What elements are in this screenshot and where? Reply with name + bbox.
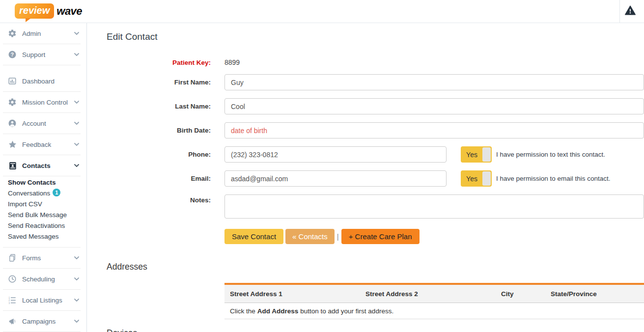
header-divider	[619, 0, 620, 23]
text-permission-text: I have permission to text this contact.	[496, 151, 605, 158]
reviewwave-logo[interactable]: review wave	[15, 3, 82, 19]
conversations-count-badge: 1	[53, 189, 60, 196]
warning-triangle-icon	[625, 5, 636, 17]
svg-text:?: ?	[11, 52, 14, 57]
sidebar-item-label: Account	[22, 120, 74, 127]
numbered-list-icon: 123	[7, 296, 18, 304]
contact-card-icon	[7, 161, 18, 170]
sidebar-nav: Admin ? Support Dashboard Mi	[0, 23, 87, 332]
col-street-address-2: Street Address 2	[360, 290, 496, 298]
chevron-down-icon	[74, 32, 80, 35]
submenu-import-csv[interactable]: Import CSV	[8, 199, 81, 210]
sidebar-item-dashboard[interactable]: Dashboard	[3, 71, 81, 92]
gear-icon	[7, 29, 18, 38]
page-title: Edit Contact	[107, 31, 644, 42]
toggle-knob	[482, 147, 491, 162]
app-window: review wave Admin	[0, 0, 644, 332]
sidebar-item-mission-control[interactable]: Mission Control	[3, 92, 81, 113]
main-content: Edit Contact Patient Key: 8899 First Nam…	[87, 23, 644, 332]
logo-review-bubble: review	[15, 3, 54, 19]
sidebar-item-label: Admin	[22, 30, 74, 37]
col-city: City	[496, 290, 545, 298]
back-to-contacts-button[interactable]: « Contacts	[285, 229, 335, 244]
last-name-label: Last Name:	[107, 103, 224, 110]
toggle-knob	[482, 171, 491, 186]
phone-label: Phone:	[107, 151, 224, 158]
create-care-plan-button[interactable]: + Create Care Plan	[341, 229, 420, 244]
sidebar-item-scheduling[interactable]: Scheduling	[3, 269, 81, 290]
pages-icon	[7, 253, 18, 262]
sidebar-item-campaigns[interactable]: Campaigns	[3, 311, 81, 332]
top-header: review wave	[0, 0, 644, 23]
chevron-down-icon	[74, 143, 80, 146]
submenu-show-contacts[interactable]: Show Contacts	[8, 177, 81, 188]
notes-label: Notes:	[107, 194, 224, 204]
submenu-send-reactivations[interactable]: Send Reactivations	[8, 221, 81, 231]
svg-text:1: 1	[9, 297, 10, 299]
addresses-table-header: Street Address 1 Street Address 2 City S…	[224, 285, 644, 303]
notes-row: Notes:	[107, 194, 644, 219]
patient-key-label: Patient Key:	[107, 59, 224, 66]
chevron-down-icon	[74, 320, 80, 323]
clock-icon	[7, 275, 18, 283]
sidebar-item-label: Dashboard	[22, 78, 74, 85]
email-field[interactable]	[224, 170, 447, 187]
phone-row: Phone: Yes I have permission to text thi…	[107, 146, 644, 163]
logo-wave-text: wave	[56, 5, 82, 18]
sidebar-item-label: Forms	[22, 254, 74, 262]
submenu-conversations[interactable]: Conversations1	[8, 188, 81, 199]
bar-chart-icon	[7, 77, 18, 85]
question-icon: ?	[7, 50, 18, 59]
sidebar-item-label: Feedback	[22, 141, 74, 148]
star-icon	[7, 140, 18, 149]
text-permission-toggle[interactable]: Yes	[461, 146, 492, 163]
sidebar-item-forms[interactable]: Forms	[3, 248, 81, 269]
col-street-address-1: Street Address 1	[224, 290, 360, 298]
sidebar-item-admin[interactable]: Admin	[3, 23, 81, 44]
col-state-province: State/Province	[545, 290, 644, 298]
first-name-field[interactable]	[224, 74, 644, 90]
chevron-down-icon	[74, 53, 80, 56]
sidebar-item-label: Contacts	[22, 162, 74, 169]
birth-date-field[interactable]	[224, 122, 644, 138]
gear-icon	[7, 98, 18, 107]
person-icon	[7, 119, 18, 128]
first-name-label: First Name:	[107, 79, 224, 86]
chevron-down-icon	[74, 299, 80, 302]
sidebar-item-feedback[interactable]: Feedback	[3, 134, 81, 155]
chevron-down-icon	[74, 122, 80, 125]
email-row: Email: Yes I have permission to email th…	[107, 170, 644, 187]
last-name-field[interactable]	[224, 98, 644, 114]
sidebar-item-label: Local Listings	[22, 297, 74, 304]
phone-field[interactable]	[224, 146, 447, 163]
addresses-table: Street Address 1 Street Address 2 City S…	[224, 283, 644, 319]
svg-text:3: 3	[9, 302, 10, 304]
button-separator: |	[337, 232, 339, 241]
megaphone-icon	[7, 317, 18, 326]
birth-date-label: Birth Date:	[107, 127, 224, 134]
devices-title: Devices	[107, 328, 644, 332]
sidebar-item-support[interactable]: ? Support	[3, 44, 81, 65]
sidebar-item-label: Support	[22, 51, 74, 58]
sidebar-item-contacts[interactable]: Contacts	[3, 155, 81, 176]
chevron-down-icon	[74, 277, 80, 281]
addresses-title: Addresses	[107, 262, 644, 272]
sidebar-item-account[interactable]: Account	[3, 113, 81, 134]
first-name-row: First Name:	[107, 74, 644, 90]
birth-date-row: Birth Date:	[107, 122, 644, 138]
submenu-saved-messages[interactable]: Saved Messages	[8, 231, 81, 242]
chevron-down-icon	[74, 256, 80, 260]
sidebar-item-label: Campaigns	[22, 318, 74, 325]
sidebar-item-label: Scheduling	[22, 276, 74, 283]
edit-contact-form: Patient Key: 8899 First Name: Last Name:…	[107, 57, 644, 244]
patient-key-value: 8899	[224, 58, 240, 66]
alert-warning-button[interactable]	[620, 0, 640, 23]
notes-field[interactable]	[224, 194, 644, 219]
submenu-send-bulk-message[interactable]: Send Bulk Message	[8, 210, 81, 221]
email-label: Email:	[107, 175, 224, 182]
save-contact-button[interactable]: Save Contact	[224, 229, 283, 244]
email-permission-toggle[interactable]: Yes	[461, 170, 492, 187]
contacts-submenu: Show Contacts Conversations1 Import CSV …	[3, 176, 81, 248]
sidebar-item-local-listings[interactable]: 123 Local Listings	[3, 290, 81, 311]
form-buttons: Save Contact « Contacts | + Create Care …	[224, 229, 644, 244]
